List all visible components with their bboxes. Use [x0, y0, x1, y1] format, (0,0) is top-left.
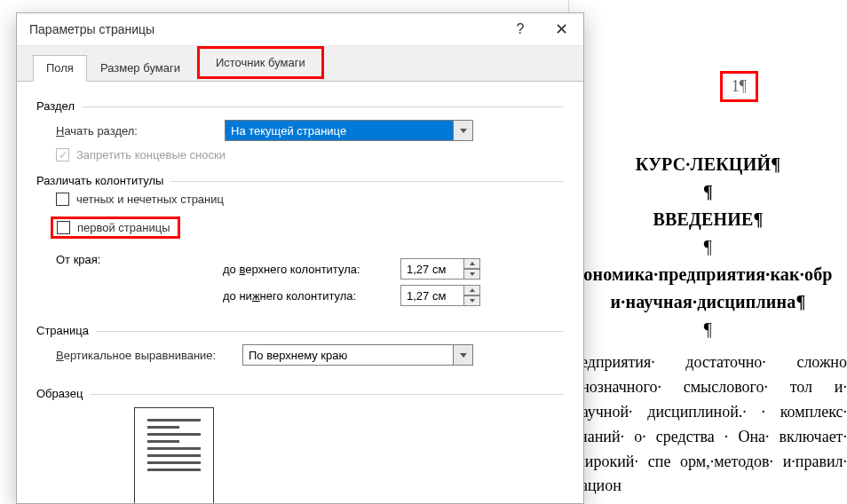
document-content: КУРС·ЛЕКЦИЙ¶ ¶ ВВЕДЕНИЕ¶ ¶ ономика·предп…	[569, 151, 847, 499]
footer-distance-spinner[interactable]: 1,27 см	[400, 285, 480, 306]
tab-bar: Поля Размер бумаги Источник бумаги	[17, 45, 583, 81]
header-distance-value[interactable]: 1,27 см	[400, 258, 464, 280]
header-distance-spinner[interactable]: 1,27 см	[400, 258, 480, 280]
checkbox-icon	[57, 221, 70, 234]
suppress-endnotes-checkbox: ✓ Запретить концевые сноски	[56, 148, 564, 161]
spin-up-icon[interactable]	[464, 258, 480, 269]
doc-line: ¶	[569, 233, 847, 261]
preview-thumbnail	[134, 407, 214, 503]
header-distance-row: до верхнего колонтитула: 1,27 см	[223, 258, 564, 280]
group-preview: Образец	[36, 387, 564, 400]
spin-down-icon[interactable]	[464, 269, 480, 280]
chevron-down-icon[interactable]	[454, 344, 473, 366]
section-start-value: На текущей странице	[225, 120, 454, 141]
doc-line: ¶	[569, 178, 847, 206]
suppress-endnotes-label: Запретить концевые сноски	[76, 148, 226, 161]
tab-fields[interactable]: Поля	[33, 55, 87, 82]
doc-line: ВВЕДЕНИЕ¶	[569, 206, 847, 233]
group-page: Страница	[36, 324, 564, 337]
first-page-label: первой страницы	[77, 221, 170, 234]
from-edge-label: От края:	[56, 253, 100, 266]
header-distance-label: до верхнего колонтитула:	[223, 263, 400, 276]
doc-line: и·научная·дисциплина¶	[569, 288, 847, 316]
footer-distance-label: до нижнего колонтитула:	[223, 289, 400, 303]
odd-even-checkbox[interactable]: четных и нечетных страниц	[56, 193, 564, 206]
group-headers: Различать колонтитулы	[36, 174, 564, 187]
doc-line: ¶	[569, 316, 847, 343]
close-button[interactable]: ✕	[541, 15, 582, 43]
group-section: Раздел	[36, 99, 564, 113]
section-start-label: Начать раздел:	[56, 124, 225, 138]
checkbox-icon: ✓	[56, 148, 69, 161]
titlebar: Параметры страницы ? ✕	[17, 13, 583, 45]
tab-paper-source[interactable]: Источник бумаги	[197, 46, 324, 79]
spin-up-icon[interactable]	[464, 285, 480, 295]
checkbox-icon	[56, 193, 69, 206]
page-setup-dialog: Параметры страницы ? ✕ Поля Размер бумаг…	[16, 12, 584, 504]
valign-select[interactable]: По верхнему краю	[242, 344, 473, 366]
footer-distance-row: до нижнего колонтитула: 1,27 см	[223, 285, 564, 306]
dialog-title: Параметры страницы	[29, 22, 500, 36]
valign-value: По верхнему краю	[242, 344, 454, 366]
valign-row: Вертикальное выравнивание: По верхнему к…	[56, 344, 564, 366]
chevron-down-icon[interactable]	[454, 120, 473, 141]
doc-paragraph: редприятия· достаточно· сложно днозначно…	[569, 350, 847, 499]
spin-down-icon[interactable]	[464, 295, 480, 306]
odd-even-label: четных и нечетных страниц	[76, 193, 224, 206]
dialog-pane: Раздел Начать раздел: На текущей страниц…	[17, 81, 583, 503]
section-start-row: Начать раздел: На текущей странице	[56, 120, 564, 141]
valign-label: Вертикальное выравнивание:	[56, 349, 242, 362]
first-page-checkbox[interactable]: первой страницы	[51, 217, 180, 239]
tab-paper-size[interactable]: Размер бумаги	[87, 55, 194, 82]
section-start-select[interactable]: На текущей странице	[225, 120, 473, 141]
help-button[interactable]: ?	[500, 15, 541, 43]
footer-distance-value[interactable]: 1,27 см	[400, 285, 464, 306]
doc-line: ономика·предприятия·как·обр	[569, 261, 847, 288]
document-background: 1¶ КУРС·ЛЕКЦИЙ¶ ¶ ВВЕДЕНИЕ¶ ¶ ономика·пр…	[568, 0, 847, 504]
doc-line: КУРС·ЛЕКЦИЙ¶	[569, 151, 847, 178]
page-number-highlight: 1¶	[720, 71, 758, 102]
page-number: 1¶	[732, 77, 747, 95]
